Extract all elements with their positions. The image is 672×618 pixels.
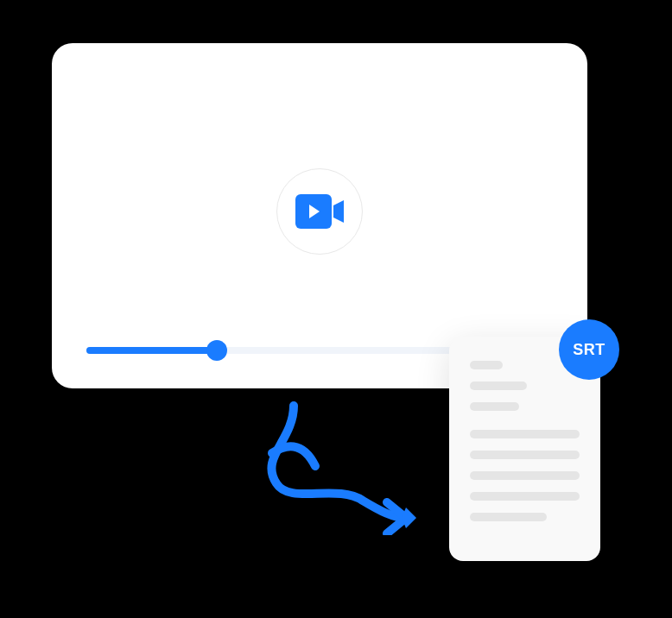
play-button[interactable] (276, 168, 363, 255)
progress-thumb[interactable] (206, 340, 227, 361)
doc-text-line (470, 451, 580, 459)
srt-badge: SRT (559, 319, 619, 380)
doc-text-line (470, 430, 580, 438)
doc-text-line (470, 492, 580, 501)
doc-text-line (470, 382, 527, 390)
doc-text-line (470, 471, 580, 480)
progress-fill (86, 347, 217, 354)
srt-badge-label: SRT (573, 341, 605, 359)
doc-text-line (470, 402, 519, 411)
video-camera-play-icon (295, 194, 344, 229)
subtitle-document: SRT (449, 337, 600, 561)
doc-text-line (470, 361, 503, 369)
conversion-arrow-icon (233, 397, 432, 535)
doc-text-line (470, 513, 547, 521)
